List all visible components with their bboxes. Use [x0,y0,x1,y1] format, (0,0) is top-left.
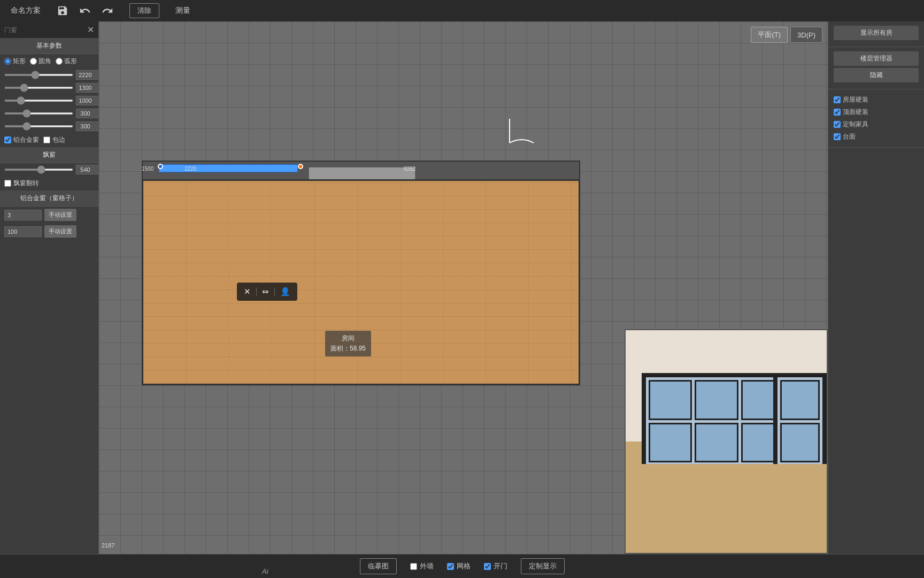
clear-button[interactable]: 清除 [129,3,159,18]
input-1[interactable] [76,70,99,80]
door-arc [483,116,536,170]
door-checkbox[interactable] [484,563,491,570]
flip-action-btn[interactable]: ⇔ [259,285,272,298]
save-icon [57,5,68,17]
flat-view-button[interactable]: 平面(T) [751,27,788,43]
shape-rect-option[interactable]: 矩形 [4,57,26,66]
slider-row-5 [0,120,98,133]
input-3[interactable] [76,96,99,105]
grid-count-input[interactable] [4,210,42,220]
3d-view-button[interactable]: 3D(P) [790,27,822,43]
window-pane-s2 [780,423,820,463]
door-label[interactable]: 开门 [484,561,507,571]
curtain-flip-checkbox[interactable] [4,180,11,187]
exterior-checkbox[interactable] [410,563,417,570]
aluminum-title: 铝合金窗（窗格子） [0,191,98,207]
door-arc-svg [483,116,536,170]
search-input[interactable] [4,26,84,34]
countertop-checkbox-row: 台面 [834,131,919,143]
custom-furniture-checkbox[interactable] [834,121,841,128]
slider-4[interactable] [4,112,73,115]
room-name: 房间 [330,333,366,344]
action-toolbar: ✕ ⇔ 👤 [237,283,297,301]
grid-size-input[interactable] [4,226,42,237]
show-all-button[interactable]: 显示所有房 [834,26,919,40]
hide-button[interactable]: 隐藏 [834,68,919,82]
grid-size-row: 手动设置 [0,223,98,240]
manual-set-btn-2[interactable]: 手动设置 [44,225,76,238]
window-pane-5 [695,423,738,463]
toolbar-sep-2 [274,287,275,296]
top-wall [142,161,580,181]
top-toolbar: 命名方案 清除 测量 [0,0,924,21]
save-button[interactable] [57,5,68,17]
redo-icon [102,5,113,17]
slider-5[interactable] [4,125,73,127]
window-dot-left [158,164,163,169]
curtain-flip-row: 飘窗翻转 [0,176,98,191]
preview-window-secondary [773,373,827,469]
ceiling-checkbox-label[interactable]: 顶面硬装 [834,108,868,117]
window-pane-s1 [780,380,820,420]
undo-button[interactable] [79,5,91,17]
curtain-flip-label[interactable]: 飘窗翻转 [4,179,39,188]
slider-2[interactable] [4,87,73,89]
window-pane-2 [695,380,738,420]
shape-arc-option[interactable]: 弧形 [56,57,77,66]
slider-row-2 [0,81,98,94]
hardware-checkbox-label[interactable]: 房屋硬装 [834,95,868,104]
room-info-label: 房间 面积：58.95 [325,331,371,356]
manual-set-btn-1[interactable]: 手动设置 [44,209,76,221]
preview-window-main [642,373,791,469]
ai-badge: Ai [262,567,268,575]
countertop-checkbox-label[interactable]: 台面 [834,132,856,141]
panorama-button[interactable]: 临摹图 [360,558,397,574]
exterior-label[interactable]: 外墙 [410,561,434,571]
aluminum-checkbox-label[interactable]: 铝合金窗 [4,135,39,144]
basic-params-title: 基本参数 [0,38,98,54]
slider-1[interactable] [4,74,73,76]
curtain-slider[interactable] [4,169,73,171]
window-element[interactable] [159,164,298,172]
floor-manage-button[interactable]: 楼层管理器 [834,51,919,66]
room-area: 面积：58.95 [330,344,366,354]
aluminum-checkbox[interactable] [4,136,11,143]
redo-button[interactable] [102,5,113,17]
checkbox-row: 铝合金窗 包边 [0,133,98,147]
slider-row-3 [0,94,98,107]
shape-radio-group: 矩形 圆角 弧形 [0,54,98,69]
hardware-checkbox[interactable] [834,96,841,103]
shape-round-option[interactable]: 圆角 [30,57,51,66]
floor-plan: ✕ ⇔ 👤 房间 面积：58.95 1500 2220 8282 [142,161,580,385]
delete-action-btn[interactable]: ✕ [241,285,253,298]
input-4[interactable] [76,109,99,118]
border-checkbox-label[interactable]: 包边 [43,135,65,144]
curtain-slider-row [0,163,98,176]
ceiling-checkbox-row: 顶面硬装 [834,106,919,118]
grid-count-row: 手动设置 [0,207,98,223]
toolbar-icons [57,5,113,17]
main-area: ✕ 基本参数 矩形 圆角 弧形 [0,21,924,554]
window-dot-right [298,164,303,169]
custom-furniture-checkbox-row: 定制家具 [834,118,919,131]
replace-action-btn[interactable]: 👤 [278,285,293,298]
curtain-input[interactable] [76,165,99,174]
custom-furniture-checkbox-label[interactable]: 定制家具 [834,120,868,129]
toolbar-sep-1 [256,287,257,296]
custom-display-button[interactable]: 定制显示 [521,558,565,574]
canvas-area[interactable]: 平面(T) 3D(P) [99,21,828,554]
grid-label[interactable]: 网格 [447,561,471,571]
input-5[interactable] [76,121,99,131]
border-checkbox[interactable] [43,136,50,143]
grid-checkbox[interactable] [447,563,454,570]
close-icon[interactable]: ✕ [87,25,94,35]
slider-row-4 [0,107,98,120]
ceiling-checkbox[interactable] [834,109,841,116]
preview-floor [626,464,827,553]
slider-3[interactable] [4,100,73,102]
undo-icon [79,5,91,17]
preview-3d-panel [625,329,828,554]
input-2[interactable] [76,83,99,93]
countertop-checkbox[interactable] [834,133,841,140]
hardware-checkbox-row: 房屋硬装 [834,94,919,106]
